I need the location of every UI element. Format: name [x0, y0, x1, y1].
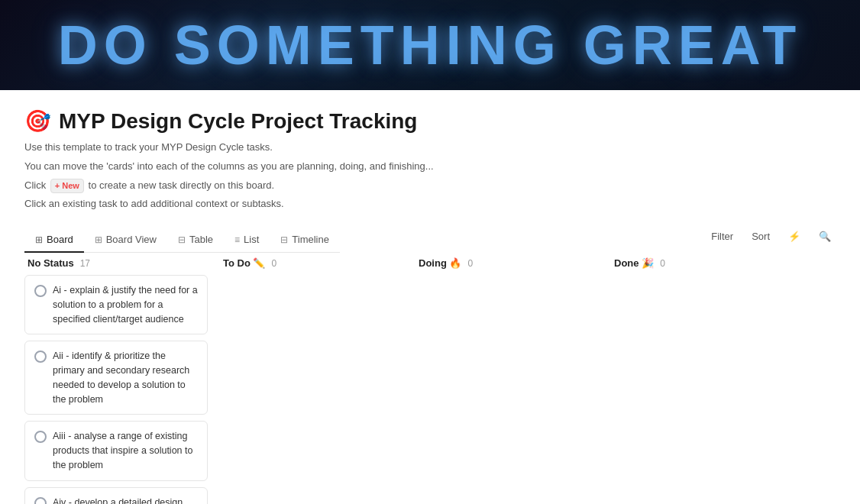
- description-3: Click + New to create a new task directl…: [24, 178, 483, 194]
- automation-button[interactable]: ⚡: [784, 228, 805, 245]
- column-label-doing: Doing 🔥: [419, 257, 461, 269]
- task-status-icon: [34, 285, 47, 297]
- column-header-done: Done 🎉0: [611, 253, 794, 275]
- tab-icon-table: ⊟: [178, 234, 186, 245]
- filter-label: Filter: [711, 231, 733, 242]
- new-badge[interactable]: + New: [50, 179, 84, 194]
- task-card[interactable]: Ai - explain & justify the need for a so…: [24, 275, 208, 334]
- filter-button[interactable]: Filter: [706, 228, 738, 245]
- column-count-done: 0: [660, 258, 665, 269]
- column-count-doing: 0: [467, 258, 473, 269]
- sort-button[interactable]: Sort: [747, 228, 774, 245]
- hero-text: DO SOMETHING GREAT: [58, 14, 803, 76]
- page-content: 🎯 MYP Design Cycle Project Tracking Use …: [0, 90, 860, 504]
- column-header-doing: Doing 🔥0: [415, 253, 599, 275]
- page-icon: 🎯: [24, 108, 51, 134]
- description-2: You can move the 'cards' into each of th…: [24, 159, 483, 175]
- column-count-to-do: 0: [271, 258, 276, 269]
- column-doing: Doing 🔥0: [415, 253, 599, 504]
- task-card[interactable]: Aiii - analyse a range of existing produ…: [24, 421, 208, 480]
- tab-label-list: List: [244, 234, 259, 245]
- column-count-no-status: 17: [80, 258, 90, 269]
- tab-board-view[interactable]: ⊞Board View: [84, 228, 167, 253]
- search-icon: 🔍: [819, 231, 831, 242]
- column-header-no-status: No Status17: [24, 253, 208, 275]
- task-text: Aiv - develop a detailed design brief, w…: [53, 496, 198, 504]
- column-done: Done 🎉0: [611, 253, 794, 504]
- tab-label-board: Board: [47, 234, 73, 245]
- description-4: Click an existing task to add additional…: [24, 196, 483, 212]
- tab-icon-timeline: ⊟: [280, 234, 288, 245]
- tab-label-table: Table: [189, 234, 213, 245]
- hero-banner: DO SOMETHING GREAT: [0, 0, 860, 90]
- tab-table[interactable]: ⊟Table: [167, 228, 224, 253]
- column-label-to-do: To Do ✏️: [223, 257, 265, 269]
- tab-timeline[interactable]: ⊟Timeline: [270, 228, 340, 253]
- search-button[interactable]: 🔍: [814, 228, 836, 245]
- tab-icon-board: ⊞: [35, 234, 43, 245]
- task-text: Ai - explain & justify the need for a so…: [53, 283, 198, 326]
- task-status-icon: [34, 351, 47, 363]
- sort-label: Sort: [752, 231, 770, 242]
- column-to-do: To Do ✏️0: [220, 253, 403, 504]
- tab-label-board-view: Board View: [106, 234, 157, 245]
- page-header: 🎯 MYP Design Cycle Project Tracking: [24, 108, 836, 134]
- column-header-to-do: To Do ✏️0: [220, 253, 403, 275]
- view-tabs: ⊞Board⊞Board View⊟Table≡List⊟Timeline: [24, 228, 340, 253]
- tab-label-timeline: Timeline: [292, 234, 329, 245]
- task-text: Aii - identify & prioritize the primary …: [53, 349, 198, 406]
- task-card[interactable]: Aiv - develop a detailed design brief, w…: [24, 487, 208, 504]
- column-no-status: No Status17Ai - explain & justify the ne…: [24, 253, 208, 504]
- description-1: Use this template to track your MYP Desi…: [24, 140, 483, 156]
- tab-board[interactable]: ⊞Board: [24, 228, 84, 253]
- automation-icon: ⚡: [788, 231, 800, 242]
- tab-icon-board-view: ⊞: [95, 234, 102, 245]
- column-label-no-status: No Status: [27, 257, 74, 269]
- page-title: MYP Design Cycle Project Tracking: [59, 109, 417, 134]
- column-label-done: Done 🎉: [614, 257, 654, 269]
- task-card[interactable]: Aii - identify & prioritize the primary …: [24, 341, 208, 415]
- task-text: Aiii - analyse a range of existing produ…: [53, 429, 198, 472]
- tab-icon-list: ≡: [234, 234, 240, 245]
- task-status-icon: [34, 497, 47, 504]
- board-area: No Status17Ai - explain & justify the ne…: [24, 253, 836, 504]
- task-status-icon: [34, 431, 47, 443]
- toolbar: Filter Sort ⚡ 🔍: [706, 220, 836, 253]
- tab-list[interactable]: ≡List: [224, 228, 270, 253]
